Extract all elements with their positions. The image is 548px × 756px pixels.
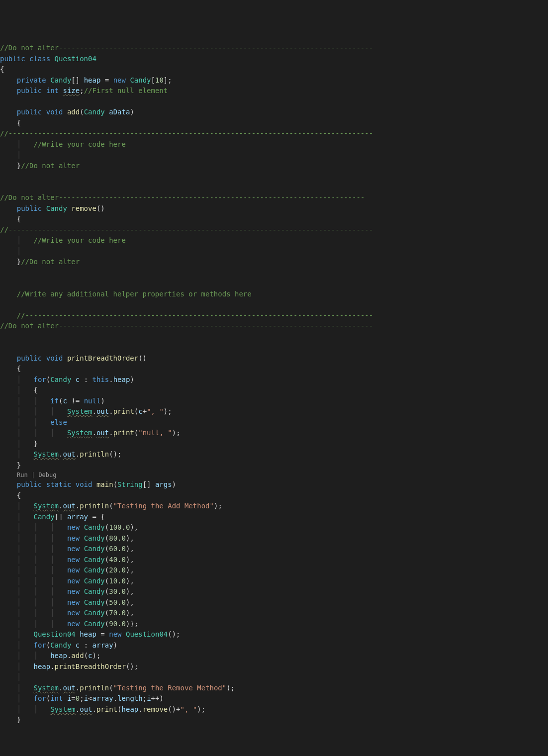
kw-new: new <box>67 598 80 606</box>
kw-new: new <box>67 609 80 617</box>
kw-void: void <box>76 480 92 488</box>
num: 80.0 <box>109 534 126 542</box>
kw-else: else <box>50 418 67 426</box>
type-system: System <box>33 684 59 692</box>
type-question04: Question04 <box>126 630 168 638</box>
num: 50.0 <box>109 598 126 606</box>
type-candy: Candy <box>84 587 105 595</box>
var-out: out <box>63 502 75 510</box>
kw-new: new <box>67 587 80 595</box>
kw-new: new <box>67 523 80 531</box>
method-println: println <box>80 450 109 458</box>
codelens-sep: | <box>28 472 39 478</box>
string-comma: ", " <box>181 705 197 713</box>
kw-new: new <box>67 620 80 628</box>
type-system: System <box>33 450 59 458</box>
type-candy: Candy <box>130 76 151 84</box>
type-candy: Candy <box>84 620 105 628</box>
kw-public: public <box>17 354 42 362</box>
var-heap: heap <box>84 76 101 84</box>
type-system: System <box>67 429 92 437</box>
kw-public: public <box>0 55 25 63</box>
kw-this: this <box>92 376 109 383</box>
comment: //Do not alter--------------------------… <box>0 44 373 52</box>
comment: //Write any additional helper properties… <box>17 290 252 298</box>
var-c: c <box>76 641 80 649</box>
comment: //Write your code here <box>33 236 125 244</box>
var-c: c <box>76 376 80 383</box>
codelens[interactable]: Run | Debug <box>0 471 548 479</box>
method-print: print <box>113 429 134 437</box>
type-candy: Candy <box>84 523 105 531</box>
var-out: out <box>96 429 109 437</box>
method-add: add <box>71 652 84 660</box>
type-candy: Candy <box>46 204 67 212</box>
type-question04: Question04 <box>55 55 96 63</box>
comment: //--------------------------------------… <box>0 226 373 234</box>
var-c: c <box>63 397 67 405</box>
type-candy: Candy <box>33 513 54 521</box>
type-question04: Question04 <box>33 630 75 638</box>
brace-open: { <box>0 65 4 73</box>
kw-void: void <box>46 108 63 116</box>
num: 100.0 <box>109 523 130 531</box>
var-array: array <box>67 513 88 521</box>
string-testrem: "Testing the Remove Method" <box>113 684 227 692</box>
num-0: 0 <box>76 694 80 702</box>
comment: //Do not alter <box>21 162 80 170</box>
type-system: System <box>50 705 76 713</box>
var-out: out <box>63 684 75 692</box>
kw-public: public <box>17 480 42 488</box>
kw-if: if <box>50 397 59 405</box>
type-candy: Candy <box>84 598 105 606</box>
type-system: System <box>67 407 92 415</box>
kw-new: new <box>113 76 126 84</box>
var-out: out <box>96 407 109 415</box>
kw-int: int <box>50 694 63 702</box>
num: 90.0 <box>109 620 126 628</box>
var-heap: heap <box>113 376 130 383</box>
kw-static: static <box>46 480 72 488</box>
kw-class: class <box>29 55 50 63</box>
num: 10.0 <box>109 577 126 585</box>
var-heap: heap <box>50 652 67 660</box>
kw-for: for <box>33 376 46 383</box>
method-printbreadthorder: printBreadthOrder <box>67 354 138 362</box>
num: 70.0 <box>109 609 126 617</box>
kw-new: new <box>67 545 80 553</box>
kw-for: for <box>33 694 46 702</box>
type-candy: Candy <box>84 556 105 564</box>
var-out: out <box>63 450 75 458</box>
comment-dashes: ----------------------------------------… <box>59 193 365 201</box>
kw-new: new <box>67 577 80 585</box>
var-length: length <box>117 694 143 702</box>
codelens-debug[interactable]: Debug <box>38 472 56 478</box>
comment: //Write your code here <box>33 140 125 148</box>
kw-for: for <box>33 641 46 649</box>
kw-new: new <box>67 566 80 574</box>
comment-dashes: ----------------------------------------… <box>59 322 373 330</box>
var-i: i <box>84 694 88 702</box>
method-remove: remove <box>71 204 96 212</box>
method-print: print <box>96 705 117 713</box>
kw-int: int <box>46 87 59 94</box>
var-heap: heap <box>122 705 139 713</box>
kw-public: public <box>17 108 42 116</box>
codelens-run[interactable]: Run <box>17 472 28 478</box>
type-candy: Candy <box>84 566 105 574</box>
kw-new: new <box>67 534 80 542</box>
var-c: c <box>138 407 142 415</box>
type-candy: Candy <box>50 76 71 84</box>
kw-void: void <box>46 354 63 362</box>
kw-null: null <box>84 397 101 405</box>
comment: //Do not alter <box>0 193 59 201</box>
var-heap: heap <box>33 662 50 670</box>
method-println: println <box>80 684 109 692</box>
type-candy: Candy <box>84 545 105 553</box>
method-add: add <box>67 108 80 116</box>
comment: //--------------------------------------… <box>0 129 373 137</box>
code-editor[interactable]: //Do not alter--------------------------… <box>0 43 548 726</box>
type-candy: Candy <box>50 641 71 649</box>
comment: // <box>17 311 25 319</box>
num-10: 10 <box>155 76 164 84</box>
